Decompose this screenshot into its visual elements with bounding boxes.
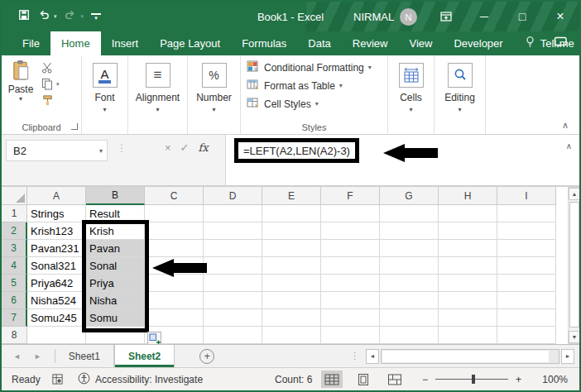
column-header-H[interactable]: H xyxy=(439,187,497,205)
ribbon-display-options-icon[interactable] xyxy=(427,2,465,31)
tab-tell-me[interactable]: Tell me xyxy=(514,31,581,55)
cell-H5[interactable] xyxy=(439,275,497,292)
avatar[interactable]: N xyxy=(400,8,417,26)
column-header-C[interactable]: C xyxy=(145,187,204,205)
cell-styles-button[interactable]: Cell Styles▾ xyxy=(247,97,387,111)
cell-I3[interactable] xyxy=(497,240,556,257)
horizontal-scrollbar[interactable]: ◄ ► xyxy=(366,349,574,364)
scroll-left-icon[interactable]: ◄ xyxy=(366,349,379,364)
next-sheet-icon[interactable]: ► xyxy=(34,352,41,361)
cell-C3[interactable] xyxy=(145,240,204,257)
tab-page-layout[interactable]: Page Layout xyxy=(149,31,231,55)
tab-data[interactable]: Data xyxy=(297,31,341,55)
cell-E3[interactable] xyxy=(262,240,321,257)
cell-C7[interactable] xyxy=(145,309,204,327)
cell-G6[interactable] xyxy=(380,292,439,309)
cell-B6[interactable]: Nisha xyxy=(86,292,145,309)
tab-formulas[interactable]: Formulas xyxy=(231,31,297,55)
cell-G3[interactable] xyxy=(380,240,439,257)
close-button[interactable]: × xyxy=(541,2,579,31)
cell-D7[interactable] xyxy=(204,309,262,327)
cell-D3[interactable] xyxy=(204,240,262,257)
format-as-table-button[interactable]: Format as Table▾ xyxy=(247,79,387,93)
tab-insert[interactable]: Insert xyxy=(101,31,150,55)
cell-I4[interactable] xyxy=(497,257,556,275)
row-header-6[interactable]: 6 xyxy=(2,292,27,309)
cell-E1[interactable] xyxy=(262,205,321,222)
cell-A3[interactable]: Pavan231 xyxy=(27,240,86,257)
cell-I5[interactable] xyxy=(497,275,556,292)
cell-A1[interactable]: Strings xyxy=(27,205,86,222)
cell-D2[interactable] xyxy=(204,222,262,240)
accessibility-status[interactable]: Accessibility: Investigate xyxy=(78,368,203,390)
row-header-1[interactable]: 1 xyxy=(2,205,27,222)
cell-E4[interactable] xyxy=(262,257,321,275)
conditional-formatting-button[interactable]: =Conditional Formatting▾ xyxy=(247,60,387,74)
column-header-A[interactable]: A xyxy=(27,187,86,205)
cell-D1[interactable] xyxy=(204,205,262,222)
number-group[interactable]: % Number ▾ xyxy=(188,55,241,134)
row-header-7[interactable]: 7 xyxy=(2,309,27,327)
maximize-button[interactable]: □ xyxy=(503,2,541,31)
zoom-slider-thumb[interactable] xyxy=(472,375,475,384)
column-header-G[interactable]: G xyxy=(380,187,439,205)
user-name[interactable]: NIRMAL xyxy=(353,2,394,31)
cell-B4[interactable]: Sonal xyxy=(86,257,145,275)
enter-icon[interactable]: ✓ xyxy=(180,141,190,154)
number-dropdown-icon[interactable]: ▾ xyxy=(188,106,240,113)
cancel-icon[interactable]: × xyxy=(165,141,171,154)
cell-G5[interactable] xyxy=(380,275,439,292)
cell-H3[interactable] xyxy=(439,240,497,257)
tab-file[interactable]: File xyxy=(12,31,50,55)
cells-group[interactable]: Cells ▾ xyxy=(388,55,435,134)
cell-D8[interactable] xyxy=(204,327,262,344)
cut-icon[interactable] xyxy=(41,62,54,74)
font-dropdown-icon[interactable]: ▾ xyxy=(82,106,127,113)
cell-G7[interactable] xyxy=(380,309,439,327)
cell-D4[interactable] xyxy=(204,257,262,275)
macro-record-icon[interactable] xyxy=(51,368,64,390)
tab-view[interactable]: View xyxy=(398,31,443,55)
expand-formula-bar-icon[interactable]: ∧ xyxy=(566,141,572,151)
cell-I1[interactable] xyxy=(497,205,556,222)
customize-qat-icon[interactable]: ▾ xyxy=(91,13,101,20)
cell-F7[interactable] xyxy=(321,309,380,327)
redo-dropdown-icon[interactable]: ▾ xyxy=(81,13,84,20)
column-header-I[interactable]: I xyxy=(497,187,556,205)
cell-B1[interactable]: Result xyxy=(86,205,145,222)
clipboard-dialog-launcher-icon[interactable] xyxy=(71,123,78,130)
cell-C6[interactable] xyxy=(145,292,204,309)
collapse-ribbon-icon[interactable]: ∧ xyxy=(562,120,569,131)
cell-F6[interactable] xyxy=(321,292,380,309)
column-header-F[interactable]: F xyxy=(321,187,380,205)
zoom-out-icon[interactable]: − xyxy=(422,374,428,385)
copy-icon[interactable]: ▾ xyxy=(41,78,60,90)
cells-dropdown-icon[interactable]: ▾ xyxy=(388,106,434,113)
cell-E6[interactable] xyxy=(262,292,321,309)
sheet-tab-sheet2[interactable]: Sheet2 xyxy=(114,345,175,367)
column-header-D[interactable]: D xyxy=(204,187,262,205)
undo-icon[interactable] xyxy=(37,9,50,24)
tab-developer[interactable]: Developer xyxy=(443,31,513,55)
cell-B3[interactable]: Pavan xyxy=(86,240,145,257)
paste-dropdown-icon[interactable]: ▾ xyxy=(6,95,36,103)
page-break-view-icon[interactable] xyxy=(384,370,406,388)
cell-F3[interactable] xyxy=(321,240,380,257)
row-header-2[interactable]: 2 xyxy=(2,222,27,240)
row-header-3[interactable]: 3 xyxy=(2,240,27,257)
column-header-E[interactable]: E xyxy=(262,187,321,205)
minimize-button[interactable]: ─ xyxy=(465,2,503,31)
cell-D6[interactable] xyxy=(204,292,262,309)
cell-A4[interactable]: Sonal321 xyxy=(27,257,86,275)
cell-H8[interactable] xyxy=(439,327,497,344)
cell-F1[interactable] xyxy=(321,205,380,222)
vertical-scrollbar[interactable]: ▲ ▼ xyxy=(568,187,581,344)
cell-G2[interactable] xyxy=(380,222,439,240)
cell-C1[interactable] xyxy=(145,205,204,222)
cell-H1[interactable] xyxy=(439,205,497,222)
row-header-8[interactable]: 8 xyxy=(2,327,27,344)
cell-I8[interactable] xyxy=(497,327,556,344)
horizontal-scrollbar-thumb[interactable] xyxy=(382,351,549,362)
tab-home[interactable]: Home xyxy=(50,31,101,55)
select-all-corner[interactable] xyxy=(2,187,27,205)
